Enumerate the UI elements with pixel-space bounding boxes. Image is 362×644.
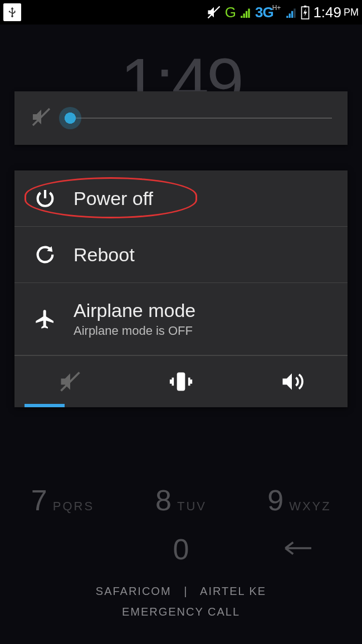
- carrier-left: SAFARICOM: [96, 585, 172, 597]
- key-7[interactable]: 7 PQRS: [7, 484, 119, 517]
- sound-mode-tabs: [14, 355, 348, 407]
- reboot-icon: [30, 243, 60, 266]
- backspace-icon: [284, 538, 315, 560]
- mute-icon: [206, 4, 222, 20]
- reboot-label: Reboot: [74, 244, 135, 266]
- key-0[interactable]: 0: [125, 533, 237, 566]
- network-g-label: G: [225, 4, 236, 21]
- usb-icon: [3, 3, 21, 21]
- power-off-item[interactable]: Power off: [14, 170, 348, 227]
- power-icon: [30, 187, 60, 209]
- speaker-muted-icon: [30, 106, 52, 130]
- airplane-mode-item[interactable]: Airplane mode Airplane mode is OFF: [14, 283, 348, 355]
- carrier-right: AIRTEL KE: [200, 585, 266, 597]
- volume-thumb[interactable]: [59, 107, 81, 129]
- signal-bars-2-icon: [285, 6, 297, 18]
- battery-charging-icon: [301, 5, 310, 19]
- key-8[interactable]: 8 TUV: [125, 484, 237, 517]
- carrier-row: SAFARICOM | AIRTEL KE: [0, 585, 362, 598]
- airplane-sublabel: Airplane mode is OFF: [74, 324, 195, 338]
- carrier-separator: |: [184, 585, 188, 597]
- power-off-label: Power off: [74, 188, 153, 209]
- svg-rect-2: [304, 6, 306, 7]
- signal-bars-icon: [239, 6, 252, 18]
- svg-rect-5: [177, 373, 185, 391]
- key-9[interactable]: 9 WXYZ: [244, 484, 355, 517]
- volume-panel: [14, 91, 348, 145]
- reboot-item[interactable]: Reboot: [14, 227, 348, 283]
- volume-slider[interactable]: [68, 118, 332, 119]
- sound-vibrate-tab[interactable]: [125, 356, 236, 407]
- network-type-label: 3G: [255, 4, 273, 21]
- status-bar: G 3G H+ 1:49 PM: [0, 0, 362, 25]
- airplane-icon: [30, 308, 60, 330]
- lockscreen-keypad: 7 PQRS 8 TUV 9 WXYZ 0 SAFARICOM | AIRTEL…: [0, 479, 362, 644]
- emergency-call[interactable]: EMERGENCY CALL: [0, 606, 362, 618]
- network-hplus-label: H+: [272, 4, 281, 12]
- power-menu: Power off Reboot Airplane mode Airplane …: [14, 170, 348, 407]
- sound-normal-tab[interactable]: [237, 356, 348, 407]
- sound-silent-tab[interactable]: [14, 356, 125, 407]
- statusbar-ampm: PM: [344, 7, 359, 18]
- airplane-label: Airplane mode: [74, 300, 195, 321]
- statusbar-time: 1:49: [313, 4, 341, 21]
- key-backspace[interactable]: [244, 538, 355, 560]
